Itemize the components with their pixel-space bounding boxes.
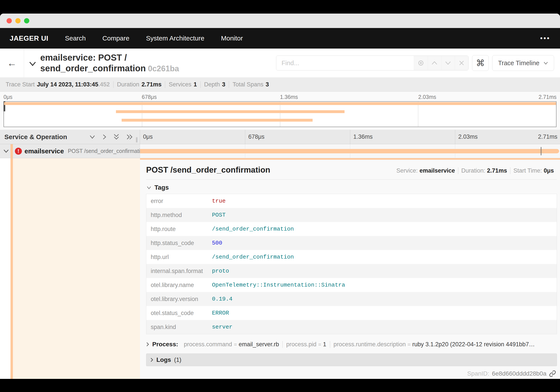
process-kv-value: email_server.rb bbox=[239, 341, 279, 348]
focus-match-icon[interactable] bbox=[414, 56, 428, 70]
tag-value: server bbox=[212, 324, 232, 330]
service-operation-header: Service & Operation ∥ bbox=[0, 130, 140, 144]
column-resizer-handle[interactable]: ∥ bbox=[135, 137, 139, 143]
browser-window: JAEGER UI SearchCompareSystem Architectu… bbox=[0, 14, 560, 379]
collapse-all-icon[interactable] bbox=[113, 134, 120, 140]
detail-summary-label: Service: bbox=[396, 167, 418, 174]
trace-meta-item: Duration2.71ms bbox=[113, 81, 165, 88]
tag-row[interactable]: otel.library.version0.19.4 bbox=[146, 292, 557, 306]
span-bar-cell[interactable] bbox=[140, 144, 560, 158]
tag-value: OpenTelemetry::Instrumentation::Sinatra bbox=[212, 282, 345, 288]
trace-meta-item: Total Spans3 bbox=[229, 81, 272, 88]
tag-row[interactable]: errortrue bbox=[146, 194, 557, 208]
divider bbox=[146, 179, 557, 180]
nav-item-system-architecture[interactable]: System Architecture bbox=[146, 35, 204, 42]
detail-summary-label: Duration: bbox=[461, 167, 485, 174]
collapse-children-chevron-icon[interactable] bbox=[3, 149, 9, 153]
meta-label: Services bbox=[169, 81, 191, 88]
command-icon: ⌘ bbox=[476, 58, 485, 68]
zoom-window-button[interactable] bbox=[24, 18, 29, 23]
tag-key: http.url bbox=[151, 254, 212, 261]
expand-one-icon[interactable] bbox=[102, 134, 107, 140]
span-detail-summary: Service:emailserviceDuration:2.71msStart… bbox=[393, 167, 557, 174]
deep-link-icon[interactable] bbox=[549, 370, 556, 377]
expand-all-icon[interactable] bbox=[126, 134, 133, 140]
next-result-icon[interactable] bbox=[441, 56, 455, 70]
process-kv-value: ruby 3.1.2p20 (2022-04-12 revision 4491b… bbox=[412, 341, 535, 348]
timeline-tick-text: 678μs bbox=[248, 133, 264, 140]
timeline-tick-label: 678μs bbox=[245, 130, 350, 144]
minimap-gridline bbox=[280, 102, 280, 127]
nav-item-search[interactable]: Search bbox=[65, 35, 86, 42]
detail-summary-value: 2.71ms bbox=[487, 167, 507, 174]
tag-row[interactable]: http.methodPOST bbox=[146, 208, 557, 222]
meta-value: 2.71ms bbox=[141, 81, 162, 88]
minimap-canvas[interactable] bbox=[3, 101, 557, 127]
trace-meta-item: Services1 bbox=[165, 81, 200, 88]
minimize-window-button[interactable] bbox=[15, 18, 20, 23]
tag-value: 500 bbox=[212, 240, 222, 246]
find-input[interactable] bbox=[276, 56, 414, 70]
tag-key: http.route bbox=[151, 226, 212, 232]
trace-view-selector-label: Trace Timeline bbox=[498, 60, 540, 67]
overflow-menu-icon[interactable]: ••• bbox=[540, 35, 550, 42]
nav-item-monitor[interactable]: Monitor bbox=[221, 35, 243, 42]
meta-value: July 14 2023, 11:03:45 bbox=[37, 81, 99, 88]
tag-row[interactable]: http.route/send_order_confirmation bbox=[146, 222, 557, 236]
arrow-left-icon: ← bbox=[7, 58, 17, 69]
meta-label: Trace Start bbox=[6, 81, 35, 88]
minimap-span-bar bbox=[4, 102, 556, 105]
tag-row[interactable]: http.status_code500 bbox=[146, 236, 557, 250]
keyboard-shortcuts-button[interactable]: ⌘ bbox=[472, 55, 489, 71]
tag-row[interactable]: internal.span.formatproto bbox=[146, 264, 557, 278]
span-row[interactable]: ! emailservice POST /send_order_confirma… bbox=[0, 144, 560, 158]
equals-sign: = bbox=[318, 342, 321, 347]
minimap-tick-label: 0μs bbox=[3, 94, 12, 100]
minimap-span-bar bbox=[116, 110, 345, 113]
service-color-tint bbox=[13, 158, 140, 379]
top-navbar: JAEGER UI SearchCompareSystem Architectu… bbox=[0, 28, 560, 49]
tag-key: error bbox=[151, 198, 212, 204]
span-name-cell[interactable]: ! emailservice POST /send_order_confirma… bbox=[0, 144, 140, 158]
tag-row[interactable]: otel.status_codeERROR bbox=[146, 306, 557, 320]
tag-key: http.status_code bbox=[151, 240, 212, 247]
collapse-one-icon[interactable] bbox=[89, 135, 96, 139]
logs-accordion-header[interactable]: Logs (1) bbox=[146, 353, 557, 366]
timeline-tick-label: 2.71ms bbox=[538, 130, 557, 144]
tag-key: internal.span.format bbox=[151, 268, 212, 274]
minimap-gridline bbox=[418, 102, 418, 127]
tag-row[interactable]: span.kindserver bbox=[146, 320, 557, 334]
trace-header: ← emailservice: POST / send_order_confir… bbox=[0, 49, 560, 78]
clear-search-icon[interactable] bbox=[455, 56, 468, 70]
tag-row[interactable]: http.url/send_order_confirmation bbox=[146, 250, 557, 264]
service-color-strip bbox=[10, 144, 13, 158]
process-label: Process: bbox=[152, 341, 178, 348]
trace-view-selector[interactable]: Trace Timeline bbox=[492, 55, 554, 71]
trace-meta-bar: Trace StartJuly 14 2023, 11:03:45.452Dur… bbox=[0, 78, 560, 92]
nav-item-compare[interactable]: Compare bbox=[102, 35, 129, 42]
tag-row[interactable]: otel.library.nameOpenTelemetry::Instrume… bbox=[146, 278, 557, 292]
find-toolbar: ⌘ Trace Timeline bbox=[276, 49, 560, 77]
detail-summary-item: Service:emailservice bbox=[393, 167, 458, 174]
trace-id: 0c261ba bbox=[148, 64, 179, 73]
collapse-title-chevron-icon[interactable] bbox=[29, 61, 36, 67]
detail-summary-item: Start Time:0μs bbox=[510, 167, 557, 174]
chevron-right-icon bbox=[146, 342, 149, 347]
process-kv-key: process.pid bbox=[286, 341, 316, 348]
timeline-tick-text: 1.36ms bbox=[353, 133, 373, 140]
jaeger-logo[interactable]: JAEGER UI bbox=[10, 34, 48, 42]
tag-value: /send_order_confirmation bbox=[212, 226, 294, 232]
timeline-grid-header: Service & Operation ∥ 0μs678μs1.36ms2.03… bbox=[0, 130, 560, 144]
span-operation-name: POST /send_order_confirmation bbox=[68, 148, 146, 154]
span-duration-bar[interactable] bbox=[140, 149, 559, 153]
back-button[interactable]: ← bbox=[0, 49, 24, 77]
close-window-button[interactable] bbox=[7, 18, 12, 23]
tag-value: true bbox=[212, 198, 226, 204]
process-accordion-header[interactable]: Process: process.command=email_server.rb… bbox=[146, 341, 557, 348]
tags-accordion-header[interactable]: Tags bbox=[147, 184, 557, 191]
minimap-tick-label: 1.36ms bbox=[280, 94, 298, 100]
meta-label: Total Spans bbox=[232, 81, 263, 88]
prev-result-icon[interactable] bbox=[428, 56, 441, 70]
tag-value: POST bbox=[212, 212, 226, 218]
timeline-tick-text: 0μs bbox=[143, 133, 153, 140]
